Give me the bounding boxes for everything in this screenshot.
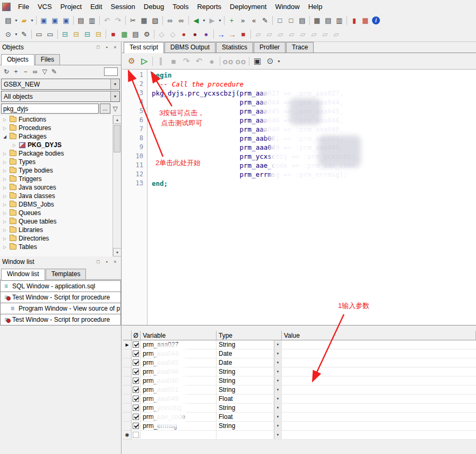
undo-button[interactable]: ↶ xyxy=(101,15,112,26)
tree-item-packages[interactable]: ◢ Packages xyxy=(0,132,121,141)
menu-vcs[interactable]: VCS xyxy=(33,0,56,13)
menu-window[interactable]: Window xyxy=(271,0,304,13)
tree-item-directories[interactable]: ▷ Directories xyxy=(0,234,121,243)
run-button[interactable]: ▷ xyxy=(138,55,151,67)
type-cell[interactable]: Float▼ xyxy=(217,413,282,422)
back-button[interactable]: ◀ xyxy=(191,15,202,26)
value-column-header[interactable]: Value xyxy=(282,331,476,340)
value-cell[interactable] xyxy=(282,422,476,431)
row-checkbox[interactable] xyxy=(133,341,139,348)
tree-item-procedures[interactable]: ▷ Procedures xyxy=(0,124,121,132)
edit-filter-button[interactable]: ✎ xyxy=(49,67,59,76)
scroll-up-icon[interactable]: ▲ xyxy=(113,115,121,124)
tree-item-package-bodies[interactable]: ▷ Package bodies xyxy=(0,149,121,158)
scroll-down-icon[interactable]: ▼ xyxy=(113,248,121,256)
chevron-down-icon[interactable]: ▼ xyxy=(274,386,281,394)
expand-icon[interactable]: ▷ xyxy=(3,177,9,182)
filter-edit-icon[interactable]: ▽ xyxy=(110,104,120,114)
chevron-down-icon[interactable]: ▼ xyxy=(274,404,281,412)
chevron-down-icon[interactable]: ▼ xyxy=(30,19,34,22)
add-watch-button[interactable]: oo xyxy=(222,55,235,67)
new-item-button[interactable]: + xyxy=(226,15,237,26)
find-button[interactable]: ∞ xyxy=(165,15,176,26)
menu-edit[interactable]: Edit xyxy=(86,0,106,13)
preferences-button[interactable]: ⚙ xyxy=(141,29,152,40)
chevron-down-icon[interactable]: ▼ xyxy=(14,19,19,22)
rollback-session-button[interactable]: ⊟ xyxy=(93,29,104,40)
query-builder-button[interactable]: ▥ xyxy=(334,15,345,26)
add-button[interactable]: + xyxy=(11,67,21,76)
chevron-down-icon[interactable]: ▼ xyxy=(110,79,119,89)
type-cell[interactable]: Float▼ xyxy=(217,395,282,404)
type-cell[interactable]: String▼ xyxy=(217,376,282,386)
row-checkbox[interactable] xyxy=(133,396,139,402)
breakpoint-diamond2-button[interactable]: ◇ xyxy=(167,29,178,40)
row-checkbox[interactable] xyxy=(133,378,139,384)
export-button[interactable]: ▱ xyxy=(319,29,331,40)
cut-button[interactable]: ✂ xyxy=(127,15,139,26)
value-cell[interactable] xyxy=(282,349,476,358)
zoom-editor-button[interactable]: ⊙ xyxy=(264,55,276,67)
row-checkbox[interactable] xyxy=(133,369,139,375)
tree-item-type-bodies[interactable]: ▷ Type bodies xyxy=(0,166,121,175)
breakpoint-purple-button[interactable]: ● xyxy=(201,29,212,40)
zoom-button[interactable]: ⊙ xyxy=(3,29,14,40)
save-as-button[interactable]: ▣ xyxy=(60,15,72,26)
type-cell[interactable]: ▼ xyxy=(217,431,282,440)
macro-record-button[interactable]: ▱ xyxy=(253,29,264,40)
tree-item-java-classes[interactable]: ▷ Java classes xyxy=(0,192,121,200)
tree-item-dbms-jobs[interactable]: ▷ DBMS_Jobs xyxy=(0,200,121,209)
recycle-bin-button[interactable]: ▱ xyxy=(297,29,308,40)
expand-icon[interactable]: ▷ xyxy=(13,143,19,148)
value-cell[interactable] xyxy=(282,431,476,440)
type-cell[interactable]: String▼ xyxy=(217,367,282,376)
tree-item-functions[interactable]: ▷ Functions xyxy=(0,115,121,124)
table-view-button[interactable]: ▦ xyxy=(311,15,323,26)
stamp-button[interactable]: ▭ xyxy=(33,29,45,40)
watch-list-button[interactable]: oo xyxy=(235,55,247,67)
chevron-down-icon[interactable]: ▼ xyxy=(110,91,119,101)
window-cascade-button[interactable]: □ xyxy=(274,15,285,26)
tab-files[interactable]: Files xyxy=(35,54,60,65)
value-cell[interactable] xyxy=(282,367,476,376)
kill-session-button[interactable]: ▦ xyxy=(119,29,130,40)
save-all-button[interactable]: ▣ xyxy=(49,15,60,26)
breakpoint-dark-button[interactable]: ● xyxy=(189,29,201,40)
close-icon[interactable]: × xyxy=(111,44,119,51)
tree-item-queue-tables[interactable]: ▷ Queue tables xyxy=(0,217,121,226)
pin-icon[interactable]: ▪ xyxy=(103,44,110,51)
window-list-item-test2[interactable]: ≡ Test Window - Script for procedure xyxy=(0,314,121,325)
restore-icon[interactable]: □ xyxy=(94,44,102,51)
type-cell[interactable]: String▼ xyxy=(217,386,282,395)
chevron-down-icon[interactable]: ▼ xyxy=(202,19,206,22)
stop-execution-button[interactable]: ■ xyxy=(238,29,249,40)
redo-button[interactable]: ↷ xyxy=(112,15,124,26)
chevron-down-icon[interactable]: ▼ xyxy=(274,340,281,349)
log-on-button[interactable]: ⊟ xyxy=(59,29,71,40)
value-cell[interactable] xyxy=(282,340,476,349)
expand-icon[interactable]: ▷ xyxy=(3,117,9,122)
menu-project[interactable]: Project xyxy=(56,0,86,13)
type-cell[interactable]: Date▼ xyxy=(217,349,282,358)
type-column-header[interactable]: Type xyxy=(217,331,282,340)
chevron-down-icon[interactable]: ▼ xyxy=(274,431,281,439)
row-checkbox[interactable] xyxy=(133,414,139,420)
set-breakpoint-button[interactable]: ● xyxy=(205,55,218,67)
tree-item-libraries[interactable]: ▷ Libraries xyxy=(0,226,121,234)
expand-icon[interactable]: ▷ xyxy=(3,160,9,165)
step-over-button[interactable]: ↶ xyxy=(193,55,205,67)
expand-icon[interactable]: ▷ xyxy=(3,211,9,216)
menu-reports[interactable]: Reports xyxy=(193,0,226,13)
chevron-down-icon[interactable]: ▼ xyxy=(274,413,281,421)
commit-button[interactable]: ▮ xyxy=(349,15,360,26)
tree-item-tables[interactable]: ▷ Tables xyxy=(0,243,121,251)
edit-data-button[interactable]: ✎ xyxy=(259,15,271,26)
remove-button[interactable]: − xyxy=(21,67,30,76)
tree-item-java-sources[interactable]: ▷ Java sources xyxy=(0,183,121,192)
type-cell[interactable]: Date▼ xyxy=(217,358,282,367)
expand-icon[interactable]: ▷ xyxy=(3,126,9,131)
expand-icon[interactable]: ▷ xyxy=(3,228,9,233)
tab-objects[interactable]: Objects xyxy=(1,54,34,65)
breakpoint-red-button[interactable]: ● xyxy=(178,29,189,40)
row-checkbox[interactable] xyxy=(133,350,139,357)
